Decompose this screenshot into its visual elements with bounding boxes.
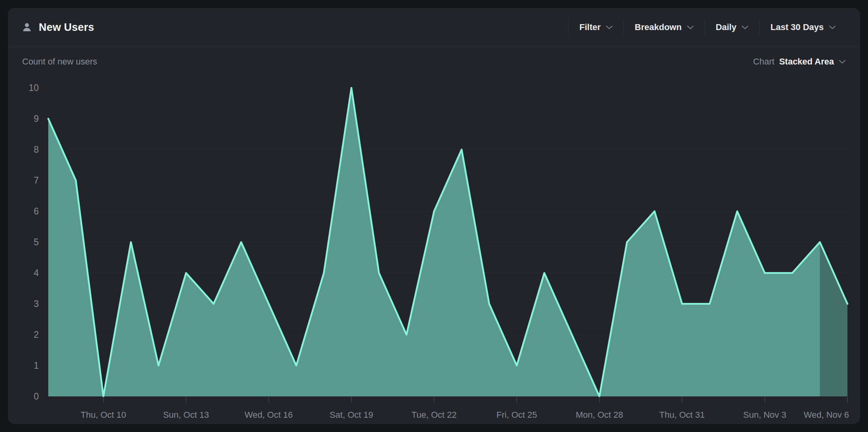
x-axis-label: Thu, Oct 31	[660, 410, 705, 420]
y-axis-label: 1	[34, 360, 39, 371]
x-axis-label: Wed, Oct 16	[244, 410, 293, 420]
x-axis-label: Mon, Oct 28	[576, 410, 623, 420]
area-chart[interactable]: Thu, Oct 10Sun, Oct 13Wed, Oct 16Sat, Oc…	[0, 0, 868, 432]
y-axis-label: 4	[34, 268, 39, 278]
x-axis-label: Sat, Oct 19	[330, 410, 373, 420]
x-axis-label: Thu, Oct 10	[81, 410, 126, 420]
x-axis-label: Sun, Nov 3	[743, 410, 787, 420]
x-axis-label: Fri, Oct 25	[497, 410, 537, 420]
x-axis-label: Sun, Oct 13	[163, 410, 209, 420]
y-axis-label: 8	[34, 144, 39, 155]
area-fill-highlight	[820, 242, 847, 396]
y-axis-label: 3	[34, 299, 39, 309]
y-axis-label: 0	[34, 391, 39, 402]
x-axis-label: Wed, Nov 6	[804, 410, 849, 420]
y-axis-label: 2	[34, 330, 39, 340]
y-axis-label: 9	[34, 114, 39, 124]
x-axis-label: Tue, Oct 22	[411, 410, 457, 420]
y-axis-label: 5	[34, 237, 39, 247]
y-axis-label: 7	[34, 175, 39, 186]
y-axis-label: 10	[28, 83, 39, 93]
y-axis-label: 6	[34, 206, 39, 216]
